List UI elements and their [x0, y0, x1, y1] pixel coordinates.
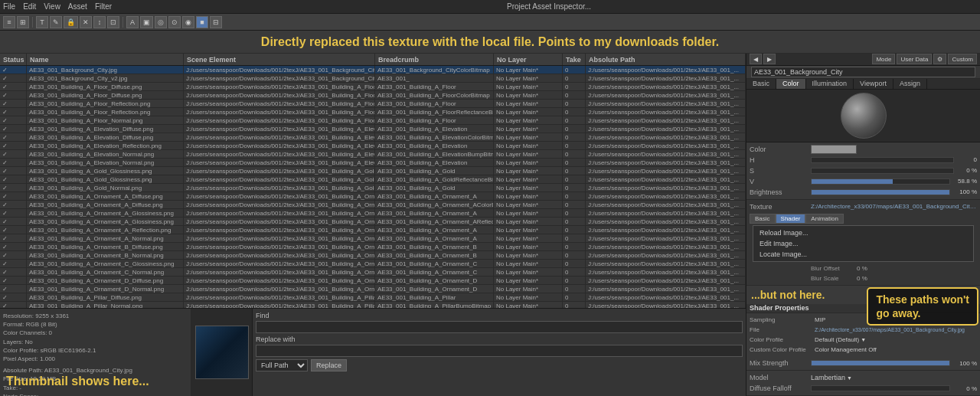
- asset-row[interactable]: ✓AE33_001_Building_A_Elevation_Normal.pn…: [0, 150, 746, 159]
- asset-cell: AE33_001_Building_A_Ornament_D: [375, 285, 494, 293]
- toolbar-btn-lock[interactable]: 🔒: [64, 16, 78, 28]
- asset-cell: No Layer Main*: [494, 142, 563, 149]
- asset-cell: 0: [563, 100, 586, 107]
- asset-cell: J:/users/seanspoor/Downloads/001/2texJ/A…: [184, 150, 375, 158]
- asset-row[interactable]: ✓AE33_001_Building_A_Ornament_D_Diffuse.…: [0, 277, 746, 285]
- asset-row[interactable]: ✓AE33_001_Building_A_Gold_Glossiness.png…: [0, 175, 746, 184]
- right-toolbar-fwd[interactable]: ▶: [763, 54, 776, 64]
- asset-row[interactable]: ✓AE33_001_Building_A_Elevation_Normal.pn…: [0, 159, 746, 167]
- mix-bar[interactable]: [811, 360, 950, 366]
- asset-row[interactable]: ✓AE33_001_Building_A_Floor_Reflection.pn…: [0, 108, 746, 116]
- toolbar-btn-b[interactable]: ▣: [140, 16, 153, 28]
- toolbar-btn-2[interactable]: ⊞: [17, 16, 29, 28]
- replace-input[interactable]: [256, 345, 743, 357]
- tab-assign[interactable]: Assign: [893, 79, 927, 89]
- toolbar-btn-grid[interactable]: ⊡: [107, 16, 119, 28]
- asset-row[interactable]: ✓AE33_001_Background_City.jpgJ:/users/se…: [0, 66, 746, 74]
- col-header-breadcrumb[interactable]: Breadcrumb: [375, 54, 494, 65]
- asset-row[interactable]: ✓AE33_001_Building_A_Ornament_A_Reflecti…: [0, 226, 746, 234]
- menu-filter[interactable]: Filter: [95, 2, 112, 11]
- col-header-name[interactable]: Name: [27, 54, 184, 65]
- asset-row[interactable]: ✓AE33_001_Building_A_Ornament_D_Normal.p…: [0, 285, 746, 293]
- model-value[interactable]: Lambertian: [811, 374, 977, 381]
- asset-cell: AE33_001_Building_A_Floor: [375, 116, 494, 124]
- tab-color[interactable]: Color: [776, 79, 806, 89]
- asset-row[interactable]: ✓AE33_001_Building_A_Floor_Reflection.pn…: [0, 100, 746, 108]
- toolbar-btn-e[interactable]: ◉: [182, 16, 194, 28]
- right-toolbar-mode[interactable]: Mode: [872, 54, 895, 64]
- context-edit[interactable]: Edit Image...: [755, 238, 972, 249]
- right-toolbar-user-data[interactable]: User Data: [897, 54, 932, 64]
- material-name-input[interactable]: [751, 67, 975, 77]
- menu-view[interactable]: View: [44, 2, 60, 11]
- toolbar-btn-c[interactable]: ◎: [155, 16, 167, 28]
- find-input[interactable]: [256, 321, 743, 333]
- asset-row[interactable]: ✓AE33_001_Building_A_Ornament_A_Diffuse.…: [0, 201, 746, 209]
- toolbar-btn-a[interactable]: A: [126, 16, 139, 28]
- tab-illumination[interactable]: Illumination: [806, 79, 854, 89]
- toolbar-btn-1[interactable]: ≡: [3, 16, 15, 28]
- context-locate[interactable]: Locate Image...: [755, 249, 972, 260]
- asset-cell: ✓: [0, 125, 27, 133]
- replace-btn[interactable]: Replace: [311, 359, 347, 371]
- asset-row[interactable]: ✓AE33_001_Building_A_Ornament_A_Glossine…: [0, 218, 746, 226]
- shader-props-header[interactable]: Shader Properties: [746, 304, 980, 313]
- val-bar[interactable]: [811, 178, 950, 185]
- right-toolbar-settings[interactable]: ⚙: [933, 54, 946, 64]
- sat-bar[interactable]: [811, 168, 954, 174]
- mix-fill: [812, 361, 949, 365]
- asset-row[interactable]: ✓AE33_001_Building_A_Ornament_A_Diffuse.…: [0, 192, 746, 201]
- asset-row[interactable]: ✓AE33_001_Building_A_Gold_Glossiness.png…: [0, 167, 746, 175]
- tab-basic[interactable]: Basic: [746, 79, 776, 89]
- shader-tab-animation[interactable]: Animation: [805, 214, 844, 224]
- top-menu-bar: File Edit View Asset Filter Project Asse…: [0, 0, 980, 14]
- menu-file[interactable]: File: [3, 2, 15, 11]
- asset-row[interactable]: ✓AE33_001_Building_A_Floor_Diffuse.pngJ:…: [0, 91, 746, 100]
- brightness-bar[interactable]: [811, 189, 950, 195]
- asset-row[interactable]: ✓AE33_001_Building_A_Gold_Normal.pngJ:/u…: [0, 184, 746, 192]
- asset-row[interactable]: ✓AE33_001_Building_A_Pillar_Diffuse.pngJ…: [0, 293, 746, 302]
- path-mode-select[interactable]: Full Path File Name: [256, 359, 308, 371]
- asset-row[interactable]: ✓AE33_001_Building_A_Elevation_Reflectio…: [0, 142, 746, 150]
- menu-asset[interactable]: Asset: [68, 2, 87, 11]
- toolbar-btn-f[interactable]: ■: [196, 16, 208, 28]
- right-toolbar-custom[interactable]: Custom: [948, 54, 977, 64]
- asset-row[interactable]: ✓AE33_001_Background_City_v2.jpgJ:/users…: [0, 74, 746, 83]
- asset-row[interactable]: ✓AE33_001_Building_A_Ornament_B_Normal.p…: [0, 251, 746, 260]
- toolbar-btn-text[interactable]: T: [36, 16, 48, 28]
- asset-row[interactable]: ✓AE33_001_Building_A_Ornament_A_Glossine…: [0, 209, 746, 218]
- toolbar-btn-pencil[interactable]: ✎: [50, 16, 62, 28]
- asset-row[interactable]: ✓AE33_001_Building_A_Floor_Diffuse.pngJ:…: [0, 83, 746, 91]
- diffuse-falloff-bar[interactable]: [811, 385, 950, 391]
- hue-bar[interactable]: [811, 157, 954, 163]
- shader-tab-shader[interactable]: Shader: [776, 214, 806, 224]
- toolbar-btn-move[interactable]: ↕: [93, 16, 106, 28]
- col-header-abs[interactable]: Absolute Path: [586, 54, 746, 65]
- asset-row[interactable]: ✓AE33_001_Building_A_Floor_Normal.pngJ:/…: [0, 116, 746, 125]
- asset-row[interactable]: ✓AE33_001_Building_A_Ornament_B_Diffuse.…: [0, 243, 746, 251]
- col-header-take[interactable]: Take: [563, 54, 586, 65]
- asset-row[interactable]: ✓AE33_001_Building_A_Ornament_C_Normal.p…: [0, 268, 746, 277]
- color-swatch[interactable]: [811, 145, 857, 154]
- toolbar-btn-d[interactable]: ⊙: [168, 16, 181, 28]
- asset-row[interactable]: ✓AE33_001_Building_A_Ornament_A_Normal.p…: [0, 234, 746, 243]
- shader-tab-basic[interactable]: Basic: [750, 214, 776, 224]
- color-profile-value[interactable]: Default (Default): [815, 336, 977, 343]
- asset-row[interactable]: ✓AE33_001_Building_A_Pillar_Normal.pngJ:…: [0, 302, 746, 308]
- tab-viewport[interactable]: Viewport: [854, 79, 893, 89]
- menu-edit[interactable]: Edit: [23, 2, 36, 11]
- toolbar-btn-g[interactable]: ⊟: [210, 16, 222, 28]
- asset-cell: ✓: [0, 142, 27, 149]
- col-header-scene[interactable]: Scene Element: [184, 54, 375, 65]
- texture-path[interactable]: Z:/Architectore_x33/007/maps/AE33_001_Ba…: [811, 203, 977, 210]
- file-path-value[interactable]: Z:/Architectore_x33/007/maps/AE33_001_Ba…: [815, 327, 977, 332]
- col-header-layer[interactable]: No Layer: [494, 54, 563, 65]
- toolbar-btn-x[interactable]: ✕: [80, 16, 92, 28]
- right-toolbar-back[interactable]: ◀: [750, 54, 762, 64]
- asset-row[interactable]: ✓AE33_001_Building_A_Elevation_Diffuse.p…: [0, 133, 746, 142]
- asset-row[interactable]: ✓AE33_001_Building_A_Ornament_C_Glossine…: [0, 260, 746, 268]
- asset-cell: 0: [563, 234, 586, 242]
- asset-row[interactable]: ✓AE33_001_Building_A_Elevation_Diffuse.p…: [0, 125, 746, 133]
- context-reload[interactable]: Reload Image...: [755, 227, 972, 238]
- asset-cell: J:/users/seanspoor/Downloads/001/2texJ/A…: [586, 260, 746, 267]
